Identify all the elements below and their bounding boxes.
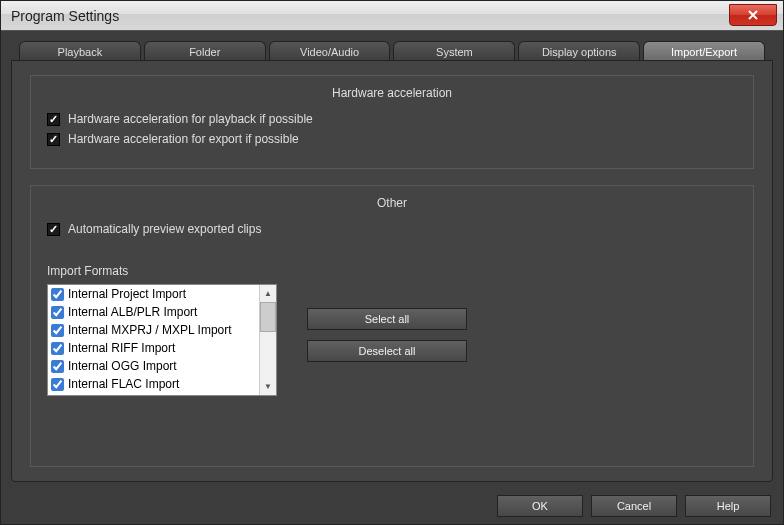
window-title: Program Settings [11, 8, 119, 24]
list-item-checkbox[interactable] [51, 360, 64, 373]
group-title-hw: Hardware acceleration [47, 86, 737, 100]
list-item-label: Internal OGG Import [68, 359, 177, 373]
list-item[interactable]: Internal OGG Import [48, 357, 259, 375]
select-all-button[interactable]: Select all [307, 308, 467, 330]
group-other: Other Automatically preview exported cli… [30, 185, 754, 467]
checkbox-label: Automatically preview exported clips [68, 222, 261, 236]
ok-button[interactable]: OK [497, 495, 583, 517]
close-button[interactable] [729, 4, 777, 26]
list-item[interactable]: Internal FLAC Import [48, 375, 259, 393]
import-formats-label: Import Formats [47, 264, 737, 278]
list-item-checkbox[interactable] [51, 288, 64, 301]
deselect-all-button[interactable]: Deselect all [307, 340, 467, 362]
cancel-button[interactable]: Cancel [591, 495, 677, 517]
scrollbar: ▲ ▼ [259, 285, 276, 395]
list-item[interactable]: Internal Project Import [48, 285, 259, 303]
list-item[interactable]: Internal RIFF Import [48, 339, 259, 357]
help-button[interactable]: Help [685, 495, 771, 517]
close-icon [747, 9, 759, 21]
group-hardware-acceleration: Hardware acceleration Hardware accelerat… [30, 75, 754, 169]
list-item-label: Internal MXPRJ / MXPL Import [68, 323, 232, 337]
tab-video-audio[interactable]: Video/Audio [269, 41, 391, 61]
list-item-label: Internal ALB/PLR Import [68, 305, 197, 319]
dialog-footer: OK Cancel Help [1, 488, 783, 524]
scroll-up-button[interactable]: ▲ [260, 285, 276, 302]
tab-folder[interactable]: Folder [144, 41, 266, 61]
checkbox-hw-export[interactable]: Hardware acceleration for export if poss… [47, 132, 737, 146]
list-item-checkbox[interactable] [51, 378, 64, 391]
list-item[interactable]: Internal ALB/PLR Import [48, 303, 259, 321]
titlebar: Program Settings [1, 1, 783, 31]
settings-window: Program Settings Playback Folder Video/A… [0, 0, 784, 525]
list-item-checkbox[interactable] [51, 306, 64, 319]
checkbox-label: Hardware acceleration for export if poss… [68, 132, 299, 146]
group-title-other: Other [47, 196, 737, 210]
tab-panel: Hardware acceleration Hardware accelerat… [11, 60, 773, 482]
scroll-thumb[interactable] [260, 302, 276, 332]
content-area: Playback Folder Video/Audio System Displ… [1, 31, 783, 488]
tab-strip: Playback Folder Video/Audio System Displ… [11, 41, 773, 61]
checkbox-label: Hardware acceleration for playback if po… [68, 112, 313, 126]
tab-playback[interactable]: Playback [19, 41, 141, 61]
check-icon [47, 133, 60, 146]
tab-system[interactable]: System [393, 41, 515, 61]
list-item-checkbox[interactable] [51, 324, 64, 337]
listbox-items: Internal Project Import Internal ALB/PLR… [48, 285, 259, 395]
import-formats-listbox[interactable]: Internal Project Import Internal ALB/PLR… [47, 284, 277, 396]
check-icon [47, 113, 60, 126]
list-item-label: Internal FLAC Import [68, 377, 179, 391]
check-icon [47, 223, 60, 236]
tab-display-options[interactable]: Display options [518, 41, 640, 61]
checkbox-hw-playback[interactable]: Hardware acceleration for playback if po… [47, 112, 737, 126]
list-item-label: Internal RIFF Import [68, 341, 175, 355]
scroll-down-button[interactable]: ▼ [260, 378, 276, 395]
list-item[interactable]: Internal MXPRJ / MXPL Import [48, 321, 259, 339]
list-item-label: Internal Project Import [68, 287, 186, 301]
tab-import-export[interactable]: Import/Export [643, 41, 765, 61]
list-item-checkbox[interactable] [51, 342, 64, 355]
format-buttons: Select all Deselect all [307, 308, 467, 362]
checkbox-auto-preview[interactable]: Automatically preview exported clips [47, 222, 737, 236]
formats-row: Internal Project Import Internal ALB/PLR… [47, 284, 737, 396]
